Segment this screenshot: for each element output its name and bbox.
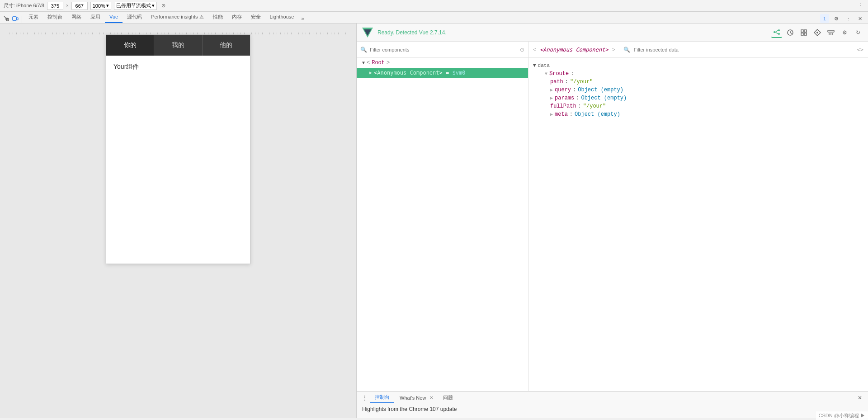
path-value: "/your": [570, 79, 593, 85]
meta-value: Object (empty): [575, 111, 620, 118]
data-arrow: ▼: [533, 63, 536, 68]
flow-mode-button[interactable]: 已停用节流模式 ▾: [114, 2, 157, 10]
search-icon: 🔍: [360, 47, 367, 53]
tree-anon-component-item[interactable]: ▶ <Anonymous Component> = $vm0: [357, 68, 528, 78]
filter-search-icon: 🔍: [623, 47, 630, 53]
params-row: ▶ params : Object (empty): [528, 94, 868, 102]
svg-point-5: [774, 31, 775, 33]
height-input[interactable]: [71, 2, 88, 10]
inspector-header: < <Anonymous Component> > 🔍 <>: [528, 42, 868, 58]
params-colon: :: [576, 95, 579, 101]
meta-key: meta: [555, 111, 568, 118]
data-section-header: ▼ data: [528, 61, 868, 70]
phone-content: Your组件: [106, 56, 250, 264]
svg-rect-13: [801, 33, 803, 35]
meta-row: ▶ meta : Object (empty): [528, 110, 868, 118]
svg-rect-14: [804, 33, 807, 35]
phone-tab-mine[interactable]: 我的: [154, 35, 202, 56]
vuex-store-icon[interactable]: [826, 27, 836, 38]
phone-frame: 你的 我的 他的 Your组件: [106, 34, 250, 264]
flow-mode-label: 已停用节流模式: [116, 2, 151, 9]
svg-point-6: [778, 29, 780, 31]
devtools-tabs-bar: 元素 控制台 网络 应用 Vue 源代码 Performance insight…: [0, 12, 868, 24]
refresh-icon[interactable]: ↻: [853, 27, 863, 38]
params-expand-icon[interactable]: ▶: [550, 95, 553, 101]
component-tree: 🔍 ⊙ ▼ <Root> ▶ <Anonymous Component> = $…: [357, 42, 528, 391]
devtools-tabs-right: 1 ⚙ ⋮ ✕: [820, 14, 866, 23]
more-options-icon[interactable]: ⋮: [856, 2, 864, 10]
phone-tab-yours[interactable]: 你的: [106, 35, 154, 56]
svg-line-8: [775, 30, 778, 32]
zoom-button[interactable]: 100% ▾: [90, 2, 111, 10]
drawer-tab-console[interactable]: 控制台: [370, 392, 394, 403]
angle-bracket-close: >: [612, 47, 615, 53]
pinia-icon[interactable]: [798, 27, 809, 38]
drawer-close-btn[interactable]: ✕: [855, 393, 864, 402]
query-colon: :: [573, 87, 576, 93]
drawer-tab-whats-new[interactable]: What's New ✕: [395, 393, 438, 402]
drawer-tab-issues[interactable]: 问题: [439, 392, 458, 403]
svg-rect-1: [13, 17, 16, 20]
vue-logo: [361, 26, 374, 39]
tab-application[interactable]: 应用: [86, 11, 105, 23]
credit-text: CSDN @小祥编程 ▶: [816, 411, 868, 420]
main-layout: 你的 我的 他的 Your组件 Read: [0, 24, 868, 418]
vue-toolbar-right: ⚙ ↻: [771, 27, 863, 38]
filter-icon[interactable]: ⊙: [520, 47, 524, 53]
meta-colon: :: [570, 111, 573, 118]
dimension-separator: ×: [66, 3, 69, 8]
width-input[interactable]: [47, 2, 63, 10]
settings-circle-icon[interactable]: ⊙: [160, 2, 168, 10]
timeline-icon[interactable]: [785, 27, 796, 38]
tab-sources[interactable]: 源代码: [123, 11, 146, 23]
tree-root-tag: Root: [372, 60, 385, 66]
phone-tab-his[interactable]: 他的: [203, 35, 250, 56]
svg-rect-17: [828, 30, 834, 32]
svg-rect-12: [804, 30, 807, 32]
component-tree-icon[interactable]: [771, 27, 782, 38]
inspect-element-icon[interactable]: [2, 14, 11, 23]
vue-devtools-panel: Ready. Detected Vue 2.7.14. ⚙: [356, 24, 868, 418]
tree-root-bracket-close: >: [387, 60, 390, 66]
tab-console[interactable]: 控制台: [43, 11, 67, 23]
device-toggle-icon[interactable]: [11, 14, 20, 23]
router-icon[interactable]: [812, 27, 823, 38]
data-section-name: data: [538, 63, 550, 68]
tab-network[interactable]: 网络: [67, 11, 86, 23]
svg-rect-2: [17, 18, 18, 20]
tree-anon-arrow: ▶: [369, 70, 372, 76]
tab-performance-insights[interactable]: Performance insights ⚠: [146, 11, 208, 23]
route-row: ▼ $route :: [528, 70, 868, 78]
tab-security[interactable]: 安全: [246, 11, 265, 23]
inspector-data: ▼ data ▼ $route : path : "/your": [528, 58, 868, 391]
top-toolbar: 尺寸: iPhone 6/7/8 × 100% ▾ 已停用节流模式 ▾ ⊙ ⋮: [0, 0, 868, 12]
browser-preview: 你的 我的 他的 Your组件: [0, 24, 356, 418]
drawer-menu-icon[interactable]: ⋮: [360, 393, 369, 402]
route-expand-icon[interactable]: ▼: [545, 71, 547, 76]
query-expand-icon[interactable]: ▶: [550, 87, 553, 93]
devtools-close-icon[interactable]: ✕: [855, 14, 864, 23]
devtools-settings-icon[interactable]: ⚙: [832, 14, 841, 23]
devtools-more-icon[interactable]: ⋮: [844, 14, 853, 23]
settings-icon[interactable]: ⚙: [839, 27, 850, 38]
code-toggle-btn[interactable]: <>: [857, 47, 863, 53]
meta-expand-icon[interactable]: ▶: [550, 112, 553, 117]
tab-separator: [22, 16, 22, 23]
tab-vue[interactable]: Vue: [105, 11, 123, 23]
vue-status-text: Ready. Detected Vue 2.7.14.: [377, 29, 447, 36]
tab-number-badge: 1: [820, 14, 829, 23]
component-search-input[interactable]: [370, 47, 517, 52]
tab-more-btn[interactable]: »: [298, 14, 307, 23]
tree-root-item[interactable]: ▼ <Root>: [357, 58, 528, 68]
tab-lighthouse[interactable]: Lighthouse: [265, 11, 299, 23]
filter-inspected-input[interactable]: [634, 47, 854, 52]
query-key: query: [555, 87, 571, 93]
device-label: 尺寸: iPhone 6/7/8: [4, 2, 44, 9]
vue-top-bar: Ready. Detected Vue 2.7.14. ⚙: [357, 24, 868, 42]
svg-line-9: [775, 32, 778, 34]
tab-performance[interactable]: 性能: [208, 11, 227, 23]
whats-new-close-icon[interactable]: ✕: [429, 395, 433, 400]
tab-memory[interactable]: 内存: [227, 11, 246, 23]
tab-elements[interactable]: 元素: [24, 11, 43, 23]
vue-inner: 🔍 ⊙ ▼ <Root> ▶ <Anonymous Component> = $…: [357, 42, 868, 391]
